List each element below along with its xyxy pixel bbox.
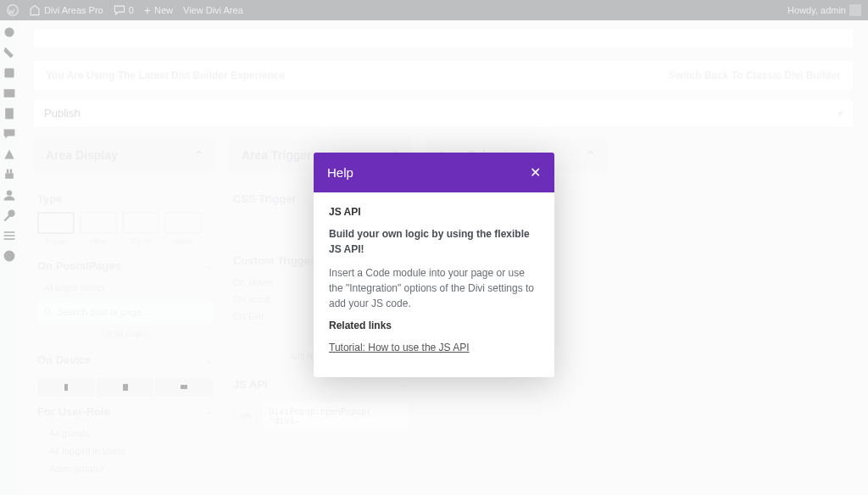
modal-header: Help ✕	[314, 153, 554, 192]
modal-heading: JS API	[329, 206, 539, 218]
help-modal: Help ✕ JS API Build your own logic by us…	[314, 153, 554, 377]
modal-title: Help	[327, 165, 353, 180]
close-icon[interactable]: ✕	[530, 164, 541, 181]
modal-p2: Insert a Code module into your page or u…	[329, 265, 539, 311]
related-heading: Related links	[329, 320, 539, 331]
modal-p1: Build your own logic by using the flexib…	[329, 226, 539, 257]
tutorial-link[interactable]: Tutorial: How to use the JS API	[329, 342, 470, 353]
